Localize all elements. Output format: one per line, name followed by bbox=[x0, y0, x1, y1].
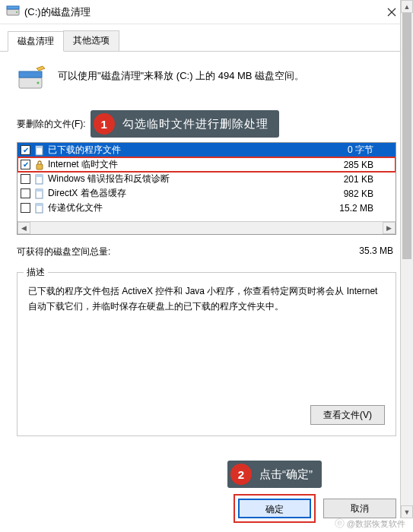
annotation-badge-2: 2 bbox=[230, 464, 252, 485]
drive-icon bbox=[6, 5, 20, 19]
annotation-badge-1: 1 bbox=[94, 113, 115, 135]
file-checkbox[interactable]: ✔ bbox=[21, 145, 30, 155]
file-icon bbox=[33, 188, 46, 199]
file-row[interactable]: ✔Internet 临时文件285 KB bbox=[17, 157, 396, 172]
file-row[interactable]: Windows 错误报告和反馈诊断201 KB bbox=[17, 172, 396, 186]
file-size: 285 KB bbox=[328, 160, 373, 170]
svg-point-7 bbox=[37, 82, 40, 84]
file-size: 201 KB bbox=[328, 174, 373, 185]
file-checkbox[interactable] bbox=[21, 174, 30, 184]
file-checkbox[interactable]: ✔ bbox=[21, 160, 30, 169]
annotation-text-2: 点击“确定” bbox=[259, 467, 313, 482]
file-name: Windows 错误报告和反馈诊断 bbox=[48, 173, 328, 185]
file-size: 0 字节 bbox=[328, 144, 373, 157]
ok-button[interactable]: 确定 bbox=[238, 499, 311, 518]
file-name: 传递优化文件 bbox=[48, 201, 328, 214]
file-checkbox[interactable] bbox=[21, 203, 30, 213]
scroll-left-arrow[interactable]: ◀ bbox=[17, 222, 30, 234]
cancel-button[interactable]: 取消 bbox=[323, 499, 396, 518]
total-space-row: 可获得的磁盘空间总量: 35.3 MB bbox=[17, 245, 396, 258]
horizontal-scrollbar[interactable]: ◀ ▶ bbox=[17, 221, 396, 234]
annotation-text-1: 勾选临时文件进行删除处理 bbox=[122, 117, 268, 131]
scroll-right-arrow[interactable]: ▶ bbox=[383, 222, 396, 234]
tab-disk-cleanup[interactable]: 磁盘清理 bbox=[8, 31, 64, 52]
file-row[interactable]: ✔已下载的程序文件0 字节 bbox=[17, 143, 396, 157]
ok-highlight-box: 确定 bbox=[234, 494, 316, 523]
files-listbox[interactable]: ✔已下载的程序文件0 字节✔Internet 临时文件285 KBWindows… bbox=[17, 142, 396, 235]
annotation-callout-2: 2 点击“确定” bbox=[227, 461, 322, 488]
view-files-button[interactable]: 查看文件(V) bbox=[310, 405, 385, 425]
scroll-up-arrow[interactable]: ▲ bbox=[401, 0, 413, 13]
scroll-track[interactable] bbox=[401, 13, 413, 505]
hscroll-track[interactable] bbox=[30, 222, 383, 234]
watermark: ⓔ @数据恢复软件 bbox=[335, 517, 405, 530]
weibo-icon: ⓔ bbox=[335, 517, 345, 530]
tab-strip: 磁盘清理 其他选项 bbox=[0, 24, 413, 52]
svg-rect-9 bbox=[36, 146, 43, 148]
lock-icon bbox=[33, 160, 46, 170]
file-row[interactable]: DirectX 着色器缓存982 KB bbox=[17, 186, 396, 201]
file-size: 15.2 MB bbox=[328, 203, 373, 214]
svg-rect-16 bbox=[36, 204, 43, 206]
description-group: 描述 已下载的程序文件包括 ActiveX 控件和 Java 小程序，你查看特定… bbox=[17, 272, 396, 436]
intro-section: 可以使用"磁盘清理"来释放 (C:) 上的 494 MB 磁盘空间。 bbox=[17, 64, 396, 97]
total-space-value: 35.3 MB bbox=[359, 245, 393, 258]
svg-rect-6 bbox=[19, 71, 42, 78]
file-icon bbox=[33, 203, 46, 214]
close-icon bbox=[387, 8, 396, 17]
total-space-label: 可获得的磁盘空间总量: bbox=[17, 245, 110, 258]
annotation-callout-1: 1 勾选临时文件进行删除处理 bbox=[91, 110, 279, 138]
file-name: Internet 临时文件 bbox=[48, 158, 328, 171]
disk-cleanup-icon bbox=[17, 64, 47, 97]
file-checkbox[interactable] bbox=[21, 188, 30, 198]
file-size: 982 KB bbox=[328, 188, 373, 199]
file-name: DirectX 着色器缓存 bbox=[48, 187, 328, 200]
svg-rect-12 bbox=[36, 175, 43, 177]
titlebar: (C:)的磁盘清理 bbox=[0, 0, 413, 24]
file-icon bbox=[33, 174, 46, 185]
svg-rect-14 bbox=[36, 189, 43, 192]
description-legend: 描述 bbox=[24, 266, 48, 279]
watermark-text: @数据恢复软件 bbox=[347, 518, 405, 530]
svg-rect-10 bbox=[37, 164, 43, 169]
window-title: (C:)的磁盘清理 bbox=[24, 5, 376, 19]
intro-text: 可以使用"磁盘清理"来释放 (C:) 上的 494 MB 磁盘空间。 bbox=[58, 64, 304, 84]
tab-more-options[interactable]: 其他选项 bbox=[63, 30, 119, 51]
vertical-scrollbar[interactable]: ▲ ▼ bbox=[400, 0, 413, 518]
svg-rect-1 bbox=[7, 6, 19, 9]
file-row[interactable]: 传递优化文件15.2 MB bbox=[17, 201, 396, 215]
svg-point-2 bbox=[16, 11, 17, 13]
file-icon bbox=[33, 145, 46, 156]
scroll-thumb[interactable] bbox=[402, 13, 411, 259]
file-name: 已下载的程序文件 bbox=[48, 144, 328, 157]
files-to-delete-label: 要删除的文件(F): bbox=[17, 118, 86, 131]
description-text: 已下载的程序文件包括 ActiveX 控件和 Java 小程序，你查看特定网页时… bbox=[28, 283, 385, 390]
